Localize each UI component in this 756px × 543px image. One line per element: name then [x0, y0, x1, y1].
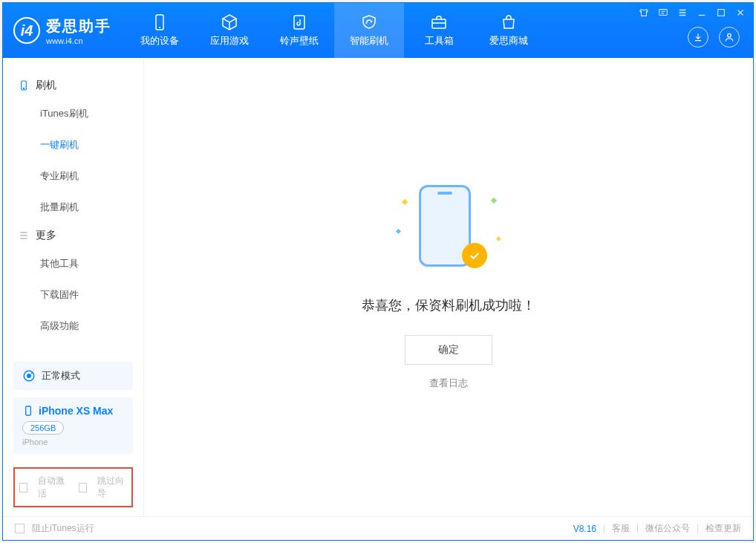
logo: i4 爱思助手 www.i4.cn [3, 3, 125, 58]
svg-rect-0 [659, 10, 668, 16]
music-file-icon [290, 13, 308, 31]
device-small-icon [22, 405, 34, 417]
checkbox-block-itunes[interactable] [15, 524, 25, 533]
tshirt-icon[interactable] [639, 7, 649, 18]
menu-icon[interactable] [677, 7, 688, 18]
mode-icon [22, 369, 36, 383]
label-skip-guide: 跳过向导 [97, 475, 127, 500]
user-icon[interactable] [719, 27, 740, 48]
svg-point-3 [159, 27, 160, 28]
svg-point-8 [23, 88, 24, 88]
nav-tabs: 我的设备 应用游戏 铃声壁纸 智能刷机 工具箱 爱思商城 [125, 3, 544, 58]
sidebar-item-itunes-flash[interactable]: iTunes刷机 [3, 98, 143, 129]
phone-icon [151, 13, 169, 31]
label-auto-activate: 自动激活 [38, 475, 68, 500]
cube-icon [221, 13, 238, 31]
sidebar-group-flash[interactable]: 刷机 [3, 73, 143, 98]
body: 刷机 iTunes刷机 一键刷机 专业刷机 批量刷机 更多 其他工具 下载固件 … [3, 58, 753, 516]
tab-ringtones-wallpapers[interactable]: 铃声壁纸 [264, 3, 334, 58]
device-panel[interactable]: iPhone XS Max 256GB iPhone [13, 397, 133, 454]
label-block-itunes: 阻止iTunes运行 [32, 522, 94, 535]
sidebar-item-oneclick-flash[interactable]: 一键刷机 [3, 129, 143, 160]
device-type: iPhone [22, 438, 124, 446]
footer-link-update[interactable]: 检查更新 [706, 522, 741, 535]
download-icon[interactable] [688, 27, 708, 48]
success-message: 恭喜您，保资料刷机成功啦！ [362, 296, 535, 314]
header: i4 爱思助手 www.i4.cn 我的设备 应用游戏 铃声壁纸 智能刷机 [3, 3, 753, 58]
minimize-icon[interactable] [697, 7, 707, 18]
checkbox-skip-guide[interactable] [79, 483, 87, 492]
main-content: 恭喜您，保资料刷机成功啦！ 确定 查看日志 [144, 58, 753, 516]
close-icon[interactable] [735, 7, 746, 18]
svg-point-6 [728, 33, 731, 37]
maximize-icon[interactable] [716, 7, 726, 18]
svg-rect-1 [718, 10, 725, 16]
sidebar: 刷机 iTunes刷机 一键刷机 专业刷机 批量刷机 更多 其他工具 下载固件 … [3, 58, 144, 516]
version-label: V8.16 [573, 524, 596, 534]
checkbox-auto-activate[interactable] [19, 483, 27, 492]
app-name: 爱思助手 [46, 16, 111, 36]
tab-my-device[interactable]: 我的设备 [125, 3, 195, 58]
logo-icon: i4 [13, 17, 40, 44]
tab-toolbox[interactable]: 工具箱 [404, 3, 474, 58]
flash-options-row: 自动激活 跳过向导 [13, 467, 133, 507]
success-illustration [397, 185, 501, 274]
app-url: www.i4.cn [46, 36, 111, 45]
list-icon [18, 230, 30, 241]
bag-icon [500, 13, 518, 31]
tab-store[interactable]: 爱思商城 [474, 3, 544, 58]
svg-rect-4 [294, 16, 304, 29]
device-icon [18, 79, 30, 91]
svg-rect-11 [26, 406, 31, 415]
svg-rect-5 [432, 19, 446, 28]
sidebar-item-pro-flash[interactable]: 专业刷机 [3, 160, 143, 192]
sidebar-item-download-firmware[interactable]: 下载固件 [3, 279, 143, 310]
sidebar-group-more[interactable]: 更多 [3, 223, 143, 248]
check-badge-icon [462, 243, 487, 268]
tab-smart-flash[interactable]: 智能刷机 [334, 3, 404, 58]
ok-button[interactable]: 确定 [405, 335, 492, 365]
footer: 阻止iTunes运行 V8.16 客服 微信公众号 检查更新 [3, 516, 753, 540]
feedback-icon[interactable] [658, 7, 668, 18]
sidebar-item-advanced[interactable]: 高级功能 [3, 310, 143, 342]
refresh-shield-icon [360, 13, 378, 31]
device-name: iPhone XS Max [39, 405, 113, 417]
svg-point-10 [27, 374, 31, 378]
footer-link-support[interactable]: 客服 [612, 522, 630, 535]
sidebar-item-other-tools[interactable]: 其他工具 [3, 248, 143, 279]
sidebar-item-batch-flash[interactable]: 批量刷机 [3, 192, 143, 223]
device-storage: 256GB [22, 421, 64, 435]
mode-indicator[interactable]: 正常模式 [13, 362, 133, 390]
footer-link-wechat[interactable]: 微信公众号 [645, 522, 690, 535]
tab-apps-games[interactable]: 应用游戏 [195, 3, 264, 58]
titlebar-controls [639, 7, 746, 18]
toolbox-icon [430, 13, 448, 31]
app-window: i4 爱思助手 www.i4.cn 我的设备 应用游戏 铃声壁纸 智能刷机 [2, 2, 754, 541]
view-log-link[interactable]: 查看日志 [429, 377, 468, 390]
